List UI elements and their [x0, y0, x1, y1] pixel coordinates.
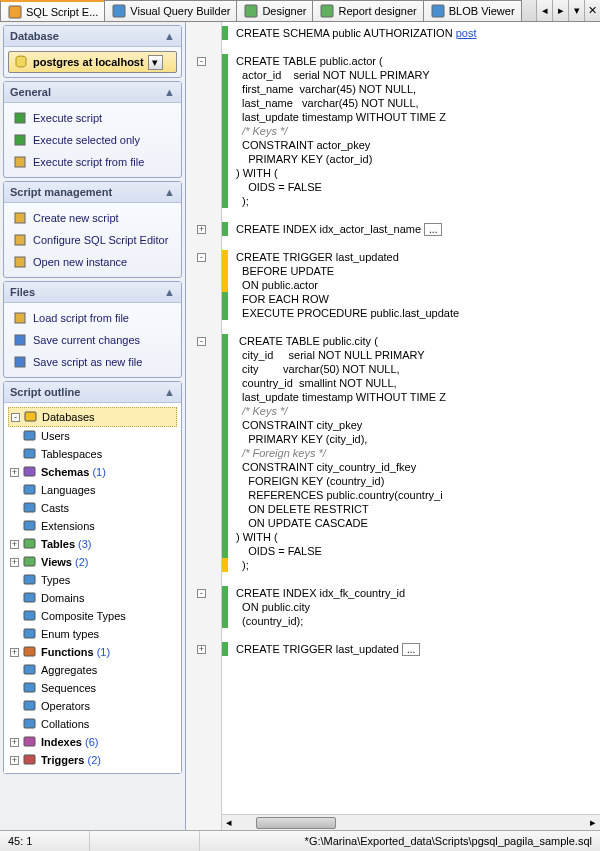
fold-toggle[interactable]: - [197, 253, 206, 262]
expand-toggle[interactable]: + [10, 648, 19, 657]
code-line [228, 236, 236, 250]
panel-header-files[interactable]: Files▲ [4, 282, 181, 303]
node-icon [22, 500, 38, 516]
action-execute-script[interactable]: Execute script [8, 107, 177, 129]
tree-node-languages[interactable]: Languages [8, 481, 177, 499]
scrollbar-thumb[interactable] [256, 817, 336, 829]
svg-rect-24 [24, 575, 35, 584]
chevron-up-icon: ▲ [164, 286, 175, 298]
database-combo-label: postgres at localhost [33, 56, 144, 68]
svg-rect-12 [15, 313, 25, 323]
tab-nav-left[interactable]: ◂ [536, 0, 552, 21]
code-line: ON DELETE RESTRICT [228, 502, 369, 516]
action-execute-script-from-file[interactable]: Execute script from file [8, 151, 177, 173]
panel-header-outline[interactable]: Script outline▲ [4, 382, 181, 403]
action-save-current-changes[interactable]: Save current changes [8, 329, 177, 351]
horizontal-scrollbar[interactable]: ◂ ▸ [222, 814, 600, 830]
tab-visual-query-builder[interactable]: Visual Query Builder [104, 0, 237, 21]
tab-nav-menu[interactable]: ▾ [568, 0, 584, 21]
tree-node-schemas[interactable]: +Schemas (1) [8, 463, 177, 481]
tree-node-extensions[interactable]: Extensions [8, 517, 177, 535]
tree-node-operators[interactable]: Operators [8, 697, 177, 715]
tree-node-triggers[interactable]: +Triggers (2) [8, 751, 177, 769]
scroll-left-icon[interactable]: ◂ [222, 816, 236, 829]
item-label: Save current changes [33, 334, 140, 346]
code-line: last_update timestamp WITHOUT TIME Z [228, 390, 446, 404]
code-line: FOREIGN KEY (country_id) [228, 474, 384, 488]
code-line: EXECUTE PROCEDURE public.last_update [228, 306, 459, 320]
tab-sql-script-e-[interactable]: SQL Script E... [0, 0, 105, 21]
node-label: Domains [41, 592, 84, 604]
fold-toggle[interactable]: - [197, 337, 206, 346]
tree-node-composite-types[interactable]: Composite Types [8, 607, 177, 625]
tree-node-views[interactable]: +Views (2) [8, 553, 177, 571]
tree-node-tables[interactable]: +Tables (3) [8, 535, 177, 553]
tab-report-designer[interactable]: Report designer [312, 0, 423, 21]
node-label: Tables (3) [41, 538, 92, 550]
action-save-script-as-new-file[interactable]: Save script as new file [8, 351, 177, 373]
code-line: country_id smallint NOT NULL, [228, 376, 397, 390]
code-line: ON UPDATE CASCADE [228, 516, 368, 530]
action-execute-selected-only[interactable]: Execute selected only [8, 129, 177, 151]
action-icon [12, 154, 28, 170]
tree-node-sequences[interactable]: Sequences [8, 679, 177, 697]
tree-node-databases[interactable]: -Databases [8, 407, 177, 427]
svg-rect-16 [24, 431, 35, 440]
node-label: Databases [42, 411, 95, 423]
action-open-new-instance[interactable]: Open new instance [8, 251, 177, 273]
tab-nav-right[interactable]: ▸ [552, 0, 568, 21]
action-load-script-from-file[interactable]: Load script from file [8, 307, 177, 329]
dropdown-button[interactable]: ▾ [148, 55, 163, 70]
tree-node-indexes[interactable]: +Indexes (6) [8, 733, 177, 751]
code-line: city varchar(50) NOT NULL, [228, 362, 400, 376]
expand-toggle[interactable]: + [10, 468, 19, 477]
fold-toggle[interactable]: + [197, 225, 206, 234]
tree-node-domains[interactable]: Domains [8, 589, 177, 607]
tree-node-tablespaces[interactable]: Tablespaces [8, 445, 177, 463]
expand-toggle[interactable]: + [10, 738, 19, 747]
fold-gutter: -+---+ [186, 22, 222, 830]
tree-node-collations[interactable]: Collations [8, 715, 177, 733]
code-line: BEFORE UPDATE [228, 264, 334, 278]
expand-toggle[interactable]: + [10, 540, 19, 549]
database-combo[interactable]: postgres at localhost ▾ [8, 51, 177, 73]
panel-general: General▲ Execute scriptExecute selected … [3, 81, 182, 178]
scroll-right-icon[interactable]: ▸ [586, 816, 600, 829]
svg-rect-20 [24, 503, 35, 512]
action-configure-sql-script-editor[interactable]: Configure SQL Script Editor [8, 229, 177, 251]
fold-toggle[interactable]: + [197, 645, 206, 654]
fold-toggle[interactable]: - [197, 57, 206, 66]
tree-node-types[interactable]: Types [8, 571, 177, 589]
panel-header-general[interactable]: General▲ [4, 82, 181, 103]
code-line: ) WITH ( [228, 530, 278, 544]
fold-toggle[interactable]: - [197, 589, 206, 598]
tree-node-aggregates[interactable]: Aggregates [8, 661, 177, 679]
tab-label: Designer [262, 5, 306, 17]
item-label: Configure SQL Script Editor [33, 234, 168, 246]
svg-rect-15 [25, 412, 36, 421]
tree-node-functions[interactable]: +Functions (1) [8, 643, 177, 661]
tree-node-casts[interactable]: Casts [8, 499, 177, 517]
panel-outline: Script outline▲ -Databases Users Tablesp… [3, 381, 182, 774]
code-line: first_name varchar(45) NOT NULL, [228, 82, 416, 96]
tab-label: SQL Script E... [26, 6, 98, 18]
item-label: Load script from file [33, 312, 129, 324]
expand-toggle[interactable]: - [11, 413, 20, 422]
expand-toggle[interactable]: + [10, 558, 19, 567]
tab-nav-close[interactable]: ✕ [584, 0, 600, 21]
expand-toggle[interactable]: + [10, 756, 19, 765]
svg-rect-23 [24, 557, 35, 566]
code-line [228, 656, 236, 670]
status-bar: 45: 1 *G:\Marina\Exported_data\Scripts\p… [0, 830, 600, 851]
code-editor[interactable]: CREATE SCHEMA public AUTHORIZATION postC… [222, 22, 600, 830]
panel-header-script-mgmt[interactable]: Script management▲ [4, 182, 181, 203]
code-line: OIDS = FALSE [228, 544, 322, 558]
node-label: Schemas (1) [41, 466, 106, 478]
tree-node-users[interactable]: Users [8, 427, 177, 445]
panel-header-database[interactable]: Database▲ [4, 26, 181, 47]
tab-blob-viewer[interactable]: BLOB Viewer [423, 0, 522, 21]
tab-designer[interactable]: Designer [236, 0, 313, 21]
svg-rect-6 [15, 113, 25, 123]
action-create-new-script[interactable]: Create new script [8, 207, 177, 229]
tree-node-enum-types[interactable]: Enum types [8, 625, 177, 643]
